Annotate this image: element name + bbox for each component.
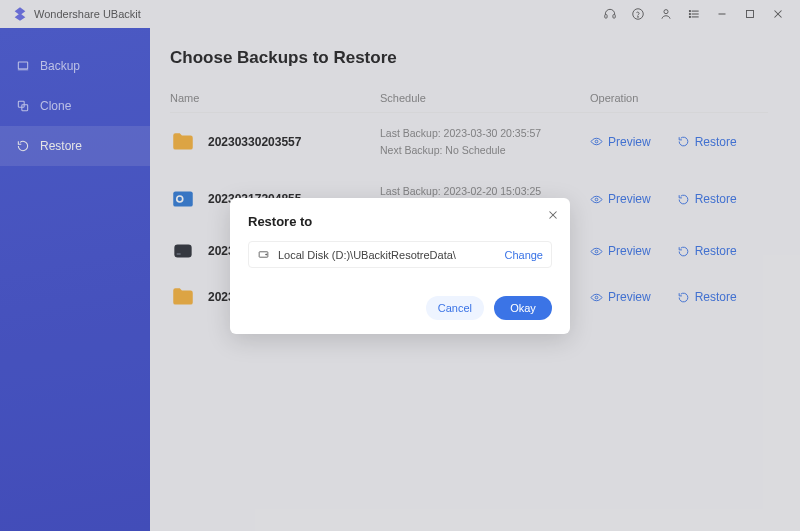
restore-path-text: Local Disk (D:)\UBackitResotreData\ — [278, 249, 496, 261]
okay-button[interactable]: Okay — [494, 296, 552, 320]
restore-to-dialog: Restore to Local Disk (D:)\UBackitResotr… — [230, 198, 570, 334]
dialog-close-button[interactable] — [546, 208, 560, 226]
restore-path-field: Local Disk (D:)\UBackitResotreData\ Chan… — [248, 241, 552, 268]
cancel-button[interactable]: Cancel — [426, 296, 484, 320]
dialog-title: Restore to — [248, 214, 552, 229]
disk-icon — [257, 248, 270, 261]
svg-point-30 — [266, 254, 267, 255]
change-path-link[interactable]: Change — [504, 249, 543, 261]
